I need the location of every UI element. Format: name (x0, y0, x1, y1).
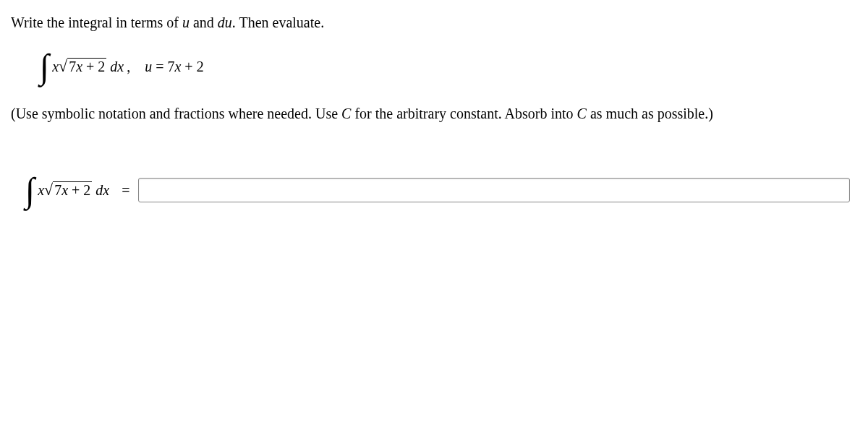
note-prefix: (Use symbolic notation and fractions whe… (11, 106, 341, 121)
integral-sign-icon: ∫ (25, 173, 35, 207)
answer-dx: dx (92, 182, 109, 198)
instruction-prefix: Write the integral in terms of (11, 14, 182, 30)
sqrt-plus: + 2 (82, 59, 105, 74)
answer-sqrt-var: x (61, 182, 68, 198)
instruction-suffix: . Then evaluate. (232, 14, 324, 30)
integrand-x: x (52, 59, 59, 74)
answer-input[interactable] (138, 178, 850, 202)
note-text: (Use symbolic notation and fractions whe… (11, 106, 857, 122)
answer-sqrt-coeff: 7 (54, 182, 61, 198)
sub-lhs: u (145, 59, 152, 74)
dx: dx (106, 59, 124, 74)
sub-rhs-plus: + 2 (181, 59, 203, 74)
integral-sign-icon: ∫ (40, 49, 49, 84)
sqrt-coeff: 7 (69, 59, 76, 74)
sqrt-icon: √ (59, 57, 67, 76)
var-u: u (182, 14, 190, 30)
answer-integrand-x: x (38, 182, 44, 198)
sub-rhs-coeff: 7 (167, 59, 174, 74)
sqrt-expression: √7x + 2 (59, 57, 106, 76)
sqrt-expression: √7x + 2 (44, 181, 92, 199)
instruction-text: Write the integral in terms of u and du.… (11, 14, 857, 31)
equals-sign: = (118, 182, 129, 198)
sub-eq: = (152, 59, 167, 74)
sqrt-icon: √ (44, 181, 53, 199)
integral-definition: ∫ x√7x + 2 dx, u = 7x + 2 (40, 49, 857, 84)
answer-row: ∫ x√7x + 2 dx = (25, 173, 857, 207)
answer-sqrt-plus: + 2 (68, 182, 90, 198)
note-mid: for the arbitrary constant. Absorb into (351, 106, 576, 121)
comma: , (127, 59, 130, 74)
var-du: du (218, 14, 232, 30)
note-suffix: as much as possible.) (587, 106, 713, 121)
sqrt-var: x (76, 59, 82, 74)
note-c2: C (577, 106, 587, 121)
instruction-mid: and (190, 14, 218, 30)
note-c1: C (341, 106, 351, 121)
